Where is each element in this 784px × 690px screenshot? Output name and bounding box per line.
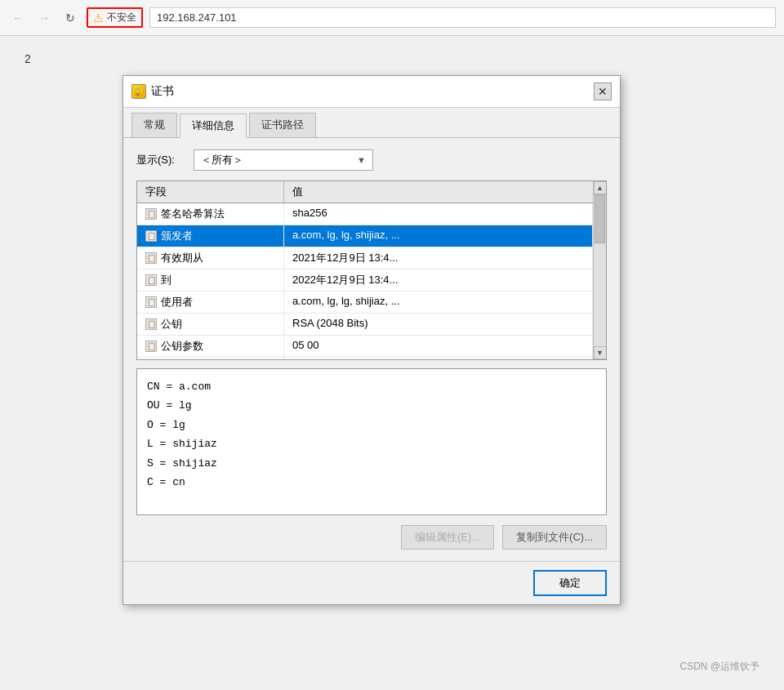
table-row[interactable]: 📋 使用者 a.com, lg, lg, shijiaz, ... xyxy=(137,292,593,314)
refresh-button[interactable]: ↻ xyxy=(60,8,80,28)
forward-button[interactable]: → xyxy=(34,8,54,28)
scrollbar-thumb[interactable] xyxy=(595,194,605,243)
cell-field: 📋 有效期从 xyxy=(137,247,284,269)
table-row[interactable]: 📋 有效期从 2021年12月9日 13:4... xyxy=(137,247,593,269)
back-button[interactable]: ← xyxy=(8,8,28,28)
show-value: ＜所有＞ xyxy=(201,153,243,167)
edit-properties-button[interactable]: 编辑属性(E)... xyxy=(401,525,494,550)
show-field: 显示(S): ＜所有＞ ▼ xyxy=(136,149,607,171)
dialog-titlebar: 🔐 证书 ✕ xyxy=(123,76,620,108)
row-icon: 📋 xyxy=(145,341,157,352)
tab-details[interactable]: 详细信息 xyxy=(180,114,247,138)
ok-button[interactable]: 确定 xyxy=(533,570,607,596)
copy-to-file-button[interactable]: 复制到文件(C)... xyxy=(502,525,607,550)
dialog-tabs: 常规 详细信息 证书路径 xyxy=(123,108,620,138)
table-row[interactable]: 📋 签名哈希算法 sha256 xyxy=(137,203,593,225)
tab-certpath[interactable]: 证书路径 xyxy=(249,113,316,137)
cell-value: 2021年12月9日 13:4... xyxy=(284,247,593,269)
table-row[interactable]: 📋 颁发者 a.com, lg, lg, shijiaz, ... xyxy=(137,225,593,247)
table-scrollbar: ▲ ▼ xyxy=(593,181,606,359)
page-number: 2 xyxy=(24,52,760,65)
table-row[interactable]: 📋 到 2022年12月9日 13:4... xyxy=(137,269,593,292)
browser-toolbar: ← → ↻ ⚠ 不安全 xyxy=(0,0,784,36)
warning-icon: ⚠ xyxy=(93,11,104,24)
dialog-buttons-row: 编辑属性(E)... 复制到文件(C)... xyxy=(136,525,607,550)
scrollbar-track[interactable] xyxy=(594,194,606,346)
certificate-dialog: 🔐 证书 ✕ 常规 详细信息 证书路径 显示(S): ＜所有＞ ▼ xyxy=(122,75,621,605)
cert-table-wrapper: 字段 值 📋 签名哈希算法 sha256 📋 颁发者 a.com, lg, lg… xyxy=(136,180,607,360)
page-content: 2 🔐 证书 ✕ 常规 详细信息 证书路径 显示(S): ＜所有＞ ▼ xyxy=(0,36,784,621)
tab-general[interactable]: 常规 xyxy=(131,113,177,137)
security-badge[interactable]: ⚠ 不安全 xyxy=(87,7,143,28)
row-icon: 📋 xyxy=(145,318,157,330)
cell-value: 05 00 xyxy=(284,336,593,357)
cell-value: a.com, lg, lg, shijiaz, ... xyxy=(284,292,593,313)
detail-line: L = shijiaz xyxy=(147,434,596,453)
row-icon: 📋 xyxy=(145,252,157,264)
table-row[interactable]: 📋 公钥参数 05 00 xyxy=(137,336,593,358)
table-header: 字段 值 xyxy=(137,181,593,203)
col-header-value: 值 xyxy=(284,181,593,203)
cell-value: RSA (2048 Bits) xyxy=(284,314,593,335)
dialog-footer: 确定 xyxy=(123,561,620,604)
show-select[interactable]: ＜所有＞ ▼ xyxy=(194,149,373,171)
cell-value: Subject Type=End E... xyxy=(284,358,593,359)
cell-field: 📋 使用者 xyxy=(137,292,284,313)
cert-table: 字段 值 📋 签名哈希算法 sha256 📋 颁发者 a.com, lg, lg… xyxy=(137,181,593,359)
dialog-body: 显示(S): ＜所有＞ ▼ 字段 值 📋 签名哈希算法 xyxy=(123,138,620,561)
detail-line: S = shijiaz xyxy=(147,454,596,473)
detail-area: CN = a.comOU = lgO = lgL = shijiazS = sh… xyxy=(136,368,607,515)
cell-value: sha256 xyxy=(284,203,593,225)
table-row[interactable]: 📋 公钥 RSA (2048 Bits) xyxy=(137,314,593,336)
cell-field: 📋 公钥参数 xyxy=(137,336,284,357)
close-button[interactable]: ✕ xyxy=(594,82,612,100)
cell-field: 📋 签名哈希算法 xyxy=(137,203,284,225)
row-icon: 📋 xyxy=(145,274,157,286)
address-bar[interactable] xyxy=(149,7,776,28)
show-label: 显示(S): xyxy=(136,153,185,167)
row-icon: 📋 xyxy=(145,296,157,308)
chevron-down-icon: ▼ xyxy=(357,155,366,165)
cell-value: a.com, lg, lg, shijiaz, ... xyxy=(284,225,593,247)
detail-line: OU = lg xyxy=(147,396,596,415)
dialog-title: 证书 xyxy=(151,84,174,99)
detail-line: CN = a.com xyxy=(147,377,596,396)
detail-line: C = cn xyxy=(147,473,596,492)
table-body: 📋 签名哈希算法 sha256 📋 颁发者 a.com, lg, lg, shi… xyxy=(137,203,593,359)
cell-field: 📋 颁发者 xyxy=(137,225,284,247)
dialog-title-left: 🔐 证书 xyxy=(131,84,174,99)
scroll-down-arrow[interactable]: ▼ xyxy=(594,346,607,359)
cell-field: 🔒 基本约束 xyxy=(137,358,284,359)
scroll-up-arrow[interactable]: ▲ xyxy=(594,181,607,194)
col-header-field: 字段 xyxy=(137,181,284,203)
dialog-icon: 🔐 xyxy=(131,84,146,99)
security-label: 不安全 xyxy=(107,11,136,24)
row-icon: 📋 xyxy=(145,230,157,242)
cell-field: 📋 到 xyxy=(137,269,284,291)
cell-value: 2022年12月9日 13:4... xyxy=(284,269,593,291)
cell-field: 📋 公钥 xyxy=(137,314,284,335)
row-icon: 📋 xyxy=(145,208,157,220)
table-row[interactable]: 🔒 基本约束 Subject Type=End E... xyxy=(137,358,593,359)
detail-line: O = lg xyxy=(147,416,596,434)
